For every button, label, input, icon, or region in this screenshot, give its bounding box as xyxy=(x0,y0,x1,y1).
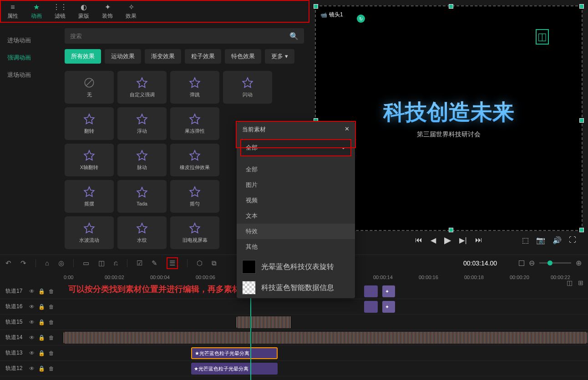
play-icon[interactable]: ▶ xyxy=(444,235,451,245)
select-icon[interactable]: ▭ xyxy=(83,259,89,267)
eye-icon[interactable]: 👁 xyxy=(29,350,35,356)
eye-icon[interactable]: 👁 xyxy=(29,365,35,372)
trash-icon[interactable]: 🗑 xyxy=(49,335,54,341)
next-clip-icon[interactable]: ⏭ xyxy=(475,236,482,244)
selection-handle-mr[interactable] xyxy=(579,118,584,123)
clip[interactable] xyxy=(364,301,378,313)
popup-option[interactable]: 视频 xyxy=(237,193,355,208)
material-item[interactable]: 光晕蓝色科技仪表旋转 xyxy=(237,256,355,277)
filter-gradient[interactable]: 渐变效果 xyxy=(145,49,181,64)
checklist-icon[interactable]: ☑ xyxy=(137,259,142,267)
target-icon[interactable]: ◎ xyxy=(58,259,64,267)
effect-card[interactable]: 脉动 xyxy=(117,144,167,176)
fx-clip[interactable]: ★ 光芒蓝色粒子光晕分离 xyxy=(191,363,278,375)
clip[interactable]: ✦ xyxy=(382,285,395,297)
popup-option[interactable]: 文本 xyxy=(237,208,355,224)
clip[interactable] xyxy=(364,285,378,297)
selection-handle-tr[interactable] xyxy=(579,4,584,9)
search-input[interactable] xyxy=(70,33,289,40)
volume-icon[interactable]: 🔊 xyxy=(553,236,562,245)
tab-filter[interactable]: ⋮⋮滤镜 xyxy=(48,1,72,22)
selection-handle-tm[interactable] xyxy=(449,4,453,9)
edit-icon[interactable]: ✎ xyxy=(152,259,157,267)
audio-clip[interactable] xyxy=(237,316,291,328)
popup-close-icon[interactable]: ✕ xyxy=(345,125,350,134)
fullscreen-icon[interactable]: ⛶ xyxy=(569,236,576,245)
filter-particle[interactable]: 粒子效果 xyxy=(185,49,221,64)
lock-icon[interactable]: 🔒 xyxy=(38,319,45,325)
preview-canvas[interactable]: 📹 镜头1 ↻ ◫ 科技创造未来 第三届世界科技研讨会 xyxy=(315,5,583,231)
effect-card[interactable]: 浮动 xyxy=(117,107,167,140)
effect-card[interactable]: X轴翻转 xyxy=(65,144,114,176)
marker-icon[interactable]: ⬡ xyxy=(197,259,203,267)
effect-card[interactable]: Tada xyxy=(117,180,167,213)
eye-icon[interactable]: 👁 xyxy=(29,288,35,295)
home-icon[interactable]: ⌂ xyxy=(45,259,49,267)
next-frame-icon[interactable]: ▶| xyxy=(459,236,466,245)
trash-icon[interactable]: 🗑 xyxy=(49,365,54,372)
selection-handle-tl[interactable] xyxy=(314,4,318,9)
effect-card[interactable]: 弹跳 xyxy=(170,71,219,104)
side-emphasis-anim[interactable]: 强调动画 xyxy=(0,49,59,66)
eye-icon[interactable]: 👁 xyxy=(29,319,35,325)
lock-icon[interactable]: 🔒 xyxy=(38,335,45,341)
search-bar[interactable]: 🔍 xyxy=(65,28,304,44)
filter-more[interactable]: 更多 ▾ xyxy=(265,49,294,64)
eye-icon[interactable]: 👁 xyxy=(29,304,35,310)
rotation-handle[interactable]: ↻ xyxy=(357,15,365,23)
effect-card[interactable]: 闪动 xyxy=(223,71,272,104)
popup-option[interactable]: 全部 xyxy=(237,162,355,177)
effect-card[interactable]: 果冻弹性 xyxy=(170,107,219,140)
undo-icon[interactable]: ↶ xyxy=(5,259,11,267)
split-icon[interactable]: ⎌ xyxy=(114,259,118,267)
crop-tool-icon[interactable]: ◫ xyxy=(98,259,105,267)
lock-icon[interactable]: 🔒 xyxy=(38,288,45,295)
material-item[interactable]: 科技蓝色智能数据信息 xyxy=(237,277,355,298)
zoom-in-icon[interactable]: ⊕ xyxy=(576,259,582,267)
effect-card[interactable]: 翻转 xyxy=(65,107,114,140)
effect-card[interactable]: 水波流动 xyxy=(65,216,114,249)
zoom-fit-icon[interactable] xyxy=(519,260,524,266)
effect-card[interactable]: 摇摆 xyxy=(65,180,114,213)
tab-decorate[interactable]: ✦装饰 xyxy=(96,1,119,22)
crop-icon[interactable]: ◫ xyxy=(536,29,549,45)
popup-option[interactable]: 特效 xyxy=(237,224,355,239)
popup-dropdown[interactable]: 全部⌄ xyxy=(240,139,351,156)
lock-icon[interactable]: 🔒 xyxy=(38,304,45,310)
zoom-slider[interactable] xyxy=(539,262,571,264)
side-out-anim[interactable]: 退场动画 xyxy=(0,66,59,84)
fx-clip[interactable]: ★ 光芒蓝色粒子光晕分离 xyxy=(191,347,278,359)
trash-icon[interactable]: 🗑 xyxy=(49,350,54,356)
tab-animation[interactable]: ★动画 xyxy=(25,1,48,22)
effect-card[interactable]: 橡皮拉伸效果 xyxy=(170,144,219,176)
copy-icon[interactable]: ⧉ xyxy=(212,259,217,267)
effect-card[interactable]: 无 xyxy=(65,71,114,104)
snapshot-icon[interactable]: 📷 xyxy=(536,236,545,245)
redo-icon[interactable]: ↷ xyxy=(20,259,26,267)
zoom-out-icon[interactable]: ⊖ xyxy=(529,259,535,267)
filter-motion[interactable]: 运动效果 xyxy=(105,49,141,64)
tab-effects[interactable]: ✧效果 xyxy=(119,1,143,22)
audio-clip[interactable] xyxy=(64,332,587,344)
effect-card[interactable]: 旧电视屏幕 xyxy=(170,216,219,249)
effect-card[interactable]: 水纹 xyxy=(117,216,167,249)
lock-icon[interactable]: 🔒 xyxy=(38,365,45,372)
effect-card[interactable]: 自定义强调 xyxy=(117,71,167,104)
popup-option[interactable]: 图片 xyxy=(237,177,355,193)
lock-icon[interactable]: 🔒 xyxy=(38,350,45,356)
effect-card[interactable]: 摇匀 xyxy=(170,180,219,213)
tab-mask[interactable]: ◐蒙版 xyxy=(72,1,96,22)
clip[interactable]: ✦ xyxy=(382,301,395,313)
prev-clip-icon[interactable]: ⏮ xyxy=(415,236,422,244)
layers-icon[interactable]: ☰ xyxy=(169,259,175,267)
side-in-anim[interactable]: 进场动画 xyxy=(0,32,59,49)
filter-all[interactable]: 所有效果 xyxy=(65,49,101,64)
popup-option[interactable]: 其他 xyxy=(237,239,355,255)
trash-icon[interactable]: 🗑 xyxy=(49,319,54,325)
eye-icon[interactable]: 👁 xyxy=(29,335,35,341)
filter-special[interactable]: 特色效果 xyxy=(225,49,261,64)
prev-frame-icon[interactable]: ◀ xyxy=(431,236,436,245)
aspect-icon[interactable]: ⬚ xyxy=(522,236,529,245)
trash-icon[interactable]: 🗑 xyxy=(49,304,54,310)
trash-icon[interactable]: 🗑 xyxy=(49,288,54,295)
